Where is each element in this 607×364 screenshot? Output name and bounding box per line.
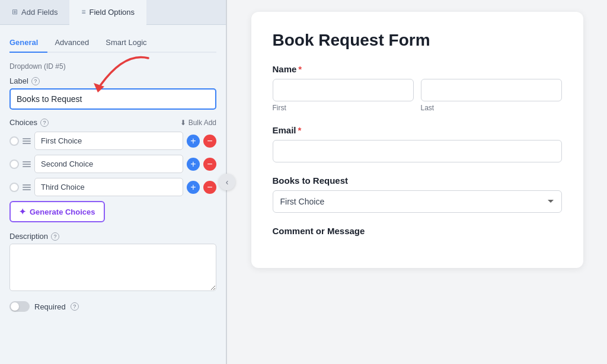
last-name-group: Last xyxy=(421,79,562,112)
bulk-add-icon: ⬇ xyxy=(180,119,186,127)
choice-1-remove-button[interactable]: − xyxy=(203,135,216,148)
comment-field-label: Comment or Message xyxy=(273,226,562,236)
description-help-icon[interactable]: ? xyxy=(51,232,59,241)
name-input-row: First Last xyxy=(273,79,562,112)
label-field-label: Label ? xyxy=(9,76,216,85)
choice-1-input[interactable] xyxy=(34,132,183,150)
choice-2-add-button[interactable]: + xyxy=(187,158,200,171)
choice-1-radio[interactable] xyxy=(9,136,19,146)
choice-row-3: + − xyxy=(9,178,216,196)
toggle-knob xyxy=(11,302,19,311)
right-panel: Book Request Form Name * First Last xyxy=(227,0,607,364)
bulk-add-button[interactable]: ⬇ Bulk Add xyxy=(180,119,216,127)
collapse-panel-button[interactable]: ‹ xyxy=(219,174,235,190)
choice-2-drag[interactable] xyxy=(23,161,31,167)
field-options-icon: ≡ xyxy=(81,8,85,16)
tab-add-fields-label: Add Fields xyxy=(21,8,57,17)
form-card: Book Request Form Name * First Last xyxy=(251,12,583,268)
choice-2-remove-button[interactable]: − xyxy=(203,158,216,171)
choice-2-radio[interactable] xyxy=(9,159,19,169)
form-section-name: Name * First Last xyxy=(273,64,562,112)
generate-choices-button[interactable]: ✦ Generate Choices xyxy=(9,201,105,222)
choices-label: Choices ? xyxy=(9,118,49,127)
description-label: Description ? xyxy=(9,232,216,241)
email-field-label: Email * xyxy=(273,125,562,135)
sub-tab-smart-logic[interactable]: Smart Logic xyxy=(106,33,156,53)
collapse-icon: ‹ xyxy=(226,177,229,187)
form-section-email: Email * xyxy=(273,125,562,162)
label-help-icon[interactable]: ? xyxy=(31,77,40,85)
choice-2-input[interactable] xyxy=(34,155,183,173)
form-title: Book Request Form xyxy=(273,31,562,50)
last-name-input[interactable] xyxy=(421,79,562,101)
choice-1-drag[interactable] xyxy=(23,138,31,144)
choices-help-icon[interactable]: ? xyxy=(40,119,49,127)
books-dropdown[interactable]: First Choice Second Choice Third Choice xyxy=(273,190,562,213)
choice-3-input[interactable] xyxy=(34,178,183,196)
left-panel: ⊞ Add Fields ≡ Field Options General Adv… xyxy=(0,0,227,364)
sub-tabs: General Advanced Smart Logic xyxy=(9,33,216,53)
choice-row-1: + − xyxy=(9,132,216,150)
sub-tab-advanced[interactable]: Advanced xyxy=(55,33,98,53)
choice-3-radio[interactable] xyxy=(9,183,19,192)
generate-icon: ✦ xyxy=(19,207,26,216)
required-label: Required xyxy=(34,302,66,311)
tab-field-options[interactable]: ≡ Field Options xyxy=(69,0,146,25)
choice-row-2: + − xyxy=(9,155,216,173)
first-name-input[interactable] xyxy=(273,79,414,101)
description-textarea[interactable] xyxy=(9,244,216,291)
name-required-star: * xyxy=(298,64,302,74)
name-field-label: Name * xyxy=(273,64,562,74)
form-section-books: Books to Request First Choice Second Cho… xyxy=(273,175,562,213)
label-input[interactable] xyxy=(9,88,216,110)
choice-3-add-button[interactable]: + xyxy=(187,181,200,194)
choice-1-add-button[interactable]: + xyxy=(187,135,200,148)
tab-field-options-label: Field Options xyxy=(89,8,135,17)
first-name-group: First xyxy=(273,79,414,112)
required-row: Required ? xyxy=(9,301,216,312)
left-content: General Advanced Smart Logic Dropdown (I… xyxy=(0,25,226,364)
last-name-sublabel: Last xyxy=(421,104,562,112)
choice-3-remove-button[interactable]: − xyxy=(203,181,216,194)
add-fields-icon: ⊞ xyxy=(12,8,18,16)
form-section-comment: Comment or Message xyxy=(273,226,562,236)
sub-tab-general[interactable]: General xyxy=(9,33,47,53)
choice-3-drag[interactable] xyxy=(23,184,31,190)
field-type-label: Dropdown (ID #5) xyxy=(9,62,216,71)
email-required-star: * xyxy=(298,125,302,135)
first-name-sublabel: First xyxy=(273,104,414,112)
description-section: Description ? xyxy=(9,232,216,293)
email-input[interactable] xyxy=(273,140,562,162)
tab-add-fields[interactable]: ⊞ Add Fields xyxy=(0,0,69,25)
choices-header: Choices ? ⬇ Bulk Add xyxy=(9,118,216,127)
required-help-icon[interactable]: ? xyxy=(71,302,79,311)
tab-bar: ⊞ Add Fields ≡ Field Options xyxy=(0,0,226,25)
required-toggle[interactable] xyxy=(9,301,30,312)
books-field-label: Books to Request xyxy=(273,175,562,186)
